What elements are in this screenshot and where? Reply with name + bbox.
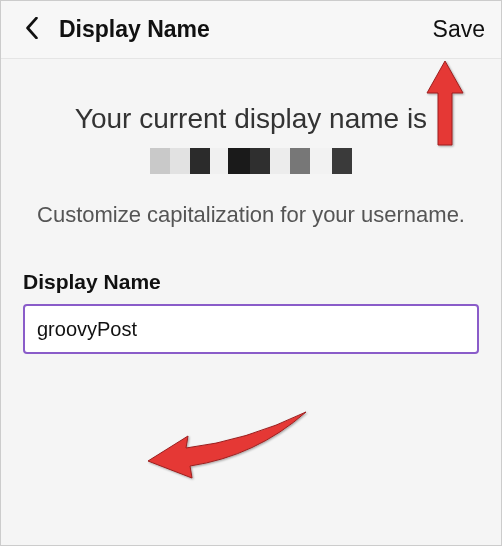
save-button[interactable]: Save bbox=[431, 12, 487, 47]
chevron-left-icon bbox=[25, 17, 39, 43]
display-name-input[interactable] bbox=[23, 304, 479, 354]
input-wrapper bbox=[23, 304, 479, 354]
current-name-intro: Your current display name is bbox=[23, 99, 479, 140]
header-bar: Display Name Save bbox=[1, 1, 501, 59]
display-name-label: Display Name bbox=[23, 270, 479, 294]
current-name-redacted bbox=[23, 148, 479, 174]
annotation-arrow-input-icon bbox=[146, 406, 316, 490]
annotation-arrow-save-icon bbox=[424, 59, 466, 153]
svg-marker-0 bbox=[427, 61, 463, 145]
page-title: Display Name bbox=[59, 16, 431, 43]
back-button[interactable] bbox=[15, 13, 49, 47]
subtitle-text: Customize capitalization for your userna… bbox=[23, 200, 479, 231]
display-name-field-block: Display Name bbox=[23, 270, 479, 354]
